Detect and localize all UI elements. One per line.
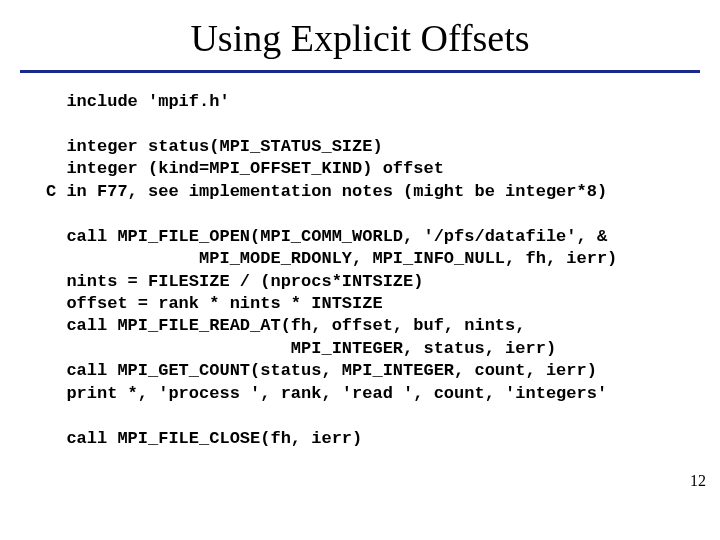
code-line: MPI_INTEGER, status, ierr) — [46, 339, 556, 358]
slide: Using Explicit Offsets include 'mpif.h' … — [0, 0, 720, 540]
title-rule — [20, 70, 700, 73]
code-line: include 'mpif.h' — [46, 92, 230, 111]
code-line: MPI_MODE_RDONLY, MPI_INFO_NULL, fh, ierr… — [46, 249, 617, 268]
code-line: integer status(MPI_STATUS_SIZE) — [46, 137, 383, 156]
code-line: integer (kind=MPI_OFFSET_KIND) offset — [46, 159, 444, 178]
code-line: print *, 'process ', rank, 'read ', coun… — [46, 384, 607, 403]
page-number: 12 — [690, 472, 706, 490]
code-line: call MPI_FILE_OPEN(MPI_COMM_WORLD, '/pfs… — [46, 227, 607, 246]
slide-title: Using Explicit Offsets — [0, 0, 720, 70]
code-line: C in F77, see implementation notes (migh… — [46, 182, 607, 201]
code-block: include 'mpif.h' integer status(MPI_STAT… — [0, 91, 720, 450]
code-line: call MPI_GET_COUNT(status, MPI_INTEGER, … — [46, 361, 597, 380]
code-line: nints = FILESIZE / (nprocs*INTSIZE) — [46, 272, 423, 291]
code-line: call MPI_FILE_READ_AT(fh, offset, buf, n… — [46, 316, 525, 335]
code-line: offset = rank * nints * INTSIZE — [46, 294, 383, 313]
code-line: call MPI_FILE_CLOSE(fh, ierr) — [46, 429, 362, 448]
